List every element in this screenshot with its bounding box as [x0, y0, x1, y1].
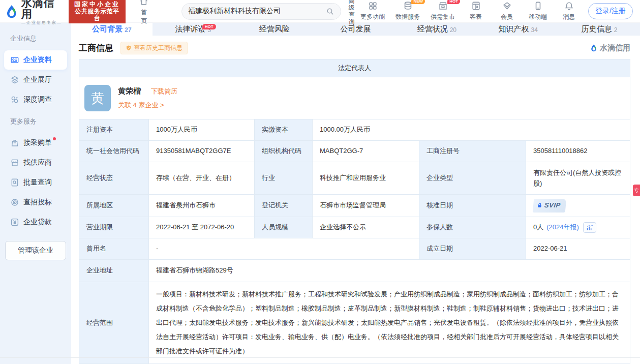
field-label: 参保人数: [419, 217, 526, 238]
nav-item-mobile[interactable]: 移动端: [528, 1, 548, 21]
bell-icon: [564, 1, 574, 11]
tab-intellectual-property[interactable]: 知识产权34: [477, 23, 559, 36]
spreadsheet-icon: [471, 1, 481, 11]
shield-icon: [126, 45, 132, 51]
section-title: 工商信息: [79, 42, 113, 54]
nav-item-supply-market[interactable]: HOT 供需集市: [431, 1, 455, 21]
sidebar-item-deep-investigation[interactable]: 深度调查: [4, 90, 67, 109]
nav-item-messages[interactable]: 消息: [559, 1, 579, 21]
field-value: 350581110018862: [526, 141, 630, 162]
sidebar-item-label: 批量查询: [23, 178, 52, 187]
legal-representative-header: 法定代表人: [79, 59, 630, 77]
field-value: MABQT2GG-7: [313, 141, 419, 162]
field-label: 企业类型: [419, 162, 526, 195]
field-label: 经营范围: [79, 282, 149, 363]
hot-badge: HOT: [447, 0, 460, 4]
bidding-target-icon: [10, 198, 19, 207]
sidebar-item-find-suppliers[interactable]: 找供应商: [4, 153, 67, 172]
sidebar-item-bidding[interactable]: 查招投标: [4, 193, 67, 212]
tab-history-info[interactable]: 历史信息2: [559, 23, 640, 36]
field-value: SVIP: [526, 195, 630, 217]
brand-tagline: —企业信用专家—: [21, 20, 66, 25]
field-label: 人员规模: [255, 217, 313, 238]
search-box[interactable]: [181, 3, 341, 20]
view-history-badge[interactable]: 查看历史工商信息: [120, 42, 188, 54]
avatar[interactable]: 黄: [84, 85, 111, 111]
annual-report-link[interactable]: (2024年报): [546, 222, 579, 233]
manage-company-button[interactable]: 管理该企业: [5, 241, 66, 260]
sidebar-item-business-loan[interactable]: 企业贷款: [4, 213, 67, 232]
sidebar-item-company-profile[interactable]: 企业资料: [4, 50, 67, 70]
field-label: 登记机关: [255, 195, 313, 217]
hot-badge: HOT: [202, 24, 216, 29]
tab-legal-litigation[interactable]: HOT 法律诉讼3: [153, 23, 234, 36]
search-icon[interactable]: [326, 7, 334, 16]
related-companies-link[interactable]: 关联 4 家企业 >: [118, 101, 164, 109]
field-label: 成立日期: [419, 238, 526, 260]
field-label: 组织机构代码: [255, 141, 313, 162]
field-label: 行业: [255, 162, 313, 195]
download-resume-link[interactable]: 下载简历: [151, 87, 177, 96]
home-button[interactable]: 首页: [138, 0, 150, 25]
search-input[interactable]: [188, 7, 326, 15]
home-label: 首页: [138, 8, 150, 25]
sidebar: 企业信息 企业资料 企业展厅 深度调查 更多服务: [0, 23, 71, 364]
field-value: 2022-06-21: [526, 238, 630, 260]
lock-icon: [536, 202, 542, 208]
field-value: 科技推广和应用服务业: [313, 162, 419, 195]
top-header: 水滴信用 —企业信用专家— 国家中小企业 公共服务示范平台 首页 高级 查询 更…: [0, 0, 640, 23]
field-value: 企业选择不公示: [313, 217, 419, 238]
new-badge: NEW: [411, 0, 425, 4]
nav-item-more-features[interactable]: 更多功能: [360, 1, 385, 21]
field-value: 1000万人民币: [149, 119, 255, 141]
nav-item-data-services[interactable]: NEW 数据服务: [395, 1, 420, 21]
profile-card-icon: [10, 55, 19, 65]
field-label: 核准日期: [419, 195, 526, 217]
bar-chart-icon: [586, 225, 593, 231]
supplier-store-icon: [10, 158, 19, 167]
purchase-bag-icon: [10, 138, 19, 147]
legal-rep-name[interactable]: 黄荣楷: [118, 86, 141, 96]
notification-dot: [53, 137, 56, 140]
advanced-search-button[interactable]: 高级 查询: [348, 0, 360, 25]
field-value: 91350581MABQT2GG7E: [149, 141, 255, 162]
home-icon: [139, 0, 148, 6]
membership-icon: [502, 1, 512, 11]
field-label: 注册资本: [79, 119, 149, 141]
loan-yuan-icon: [10, 218, 19, 227]
sidebar-item-purchase-orders[interactable]: 接采购单: [4, 133, 67, 153]
field-label: 营业期限: [79, 217, 149, 238]
field-value: 有限责任公司(自然人投资或控股): [526, 162, 630, 195]
bottom-divider: [0, 357, 640, 358]
investigation-icon: [10, 95, 19, 104]
sidebar-item-showroom[interactable]: 企业展厅: [4, 70, 67, 89]
sidebar-item-label: 深度调查: [23, 95, 52, 104]
mobile-icon: [533, 1, 543, 11]
tab-operating-status[interactable]: 经营状况20: [396, 23, 477, 36]
sidebar-item-label: 找供应商: [23, 158, 52, 167]
business-info-table: 法定代表人 黄 黄荣楷 下载简历 关联 4 家企业 >: [79, 59, 630, 364]
sidebar-item-batch-query[interactable]: 批量查询: [4, 173, 67, 192]
tab-operating-risk[interactable]: 经营风险: [234, 23, 315, 36]
nav-item-membership[interactable]: 会员: [497, 1, 517, 21]
insured-count: 0人: [533, 222, 543, 233]
brand-logo[interactable]: 水滴信用 —企业信用专家—: [4, 0, 66, 25]
legal-representative-row: 黄 黄荣楷 下载简历 关联 4 家企业 >: [79, 77, 630, 119]
field-label: 企业地址: [79, 260, 149, 282]
field-value: 存续（在营、开业、在册）: [149, 162, 255, 195]
svip-locked-badge[interactable]: SVIP: [533, 199, 566, 213]
sidebar-section-company-info: 企业信息: [4, 30, 67, 50]
field-label: 统一社会信用代码: [79, 141, 149, 162]
business-scope-text: 一般项目：新材料技术研发；新材料技术推广服务；工程和技术研究和试验发展；产业用纺…: [149, 282, 630, 363]
gov-badge: 国家中小企业 公共服务示范平台: [69, 0, 126, 23]
insured-chart-button[interactable]: [583, 222, 596, 233]
batch-search-icon: [10, 178, 19, 187]
field-value: 石狮市市场监督管理局: [313, 195, 419, 217]
sidebar-item-label: 企业资料: [23, 55, 52, 65]
waterdrop-logo-icon: [4, 4, 19, 19]
side-floating-tab[interactable]: 专: [633, 185, 640, 196]
brand-name: 水滴信用: [21, 0, 66, 20]
sidebar-section-more-services: 更多服务: [4, 110, 67, 133]
login-register-button[interactable]: 登录/注册: [588, 3, 633, 19]
nav-item-spreadsheet[interactable]: 客表: [466, 1, 486, 21]
